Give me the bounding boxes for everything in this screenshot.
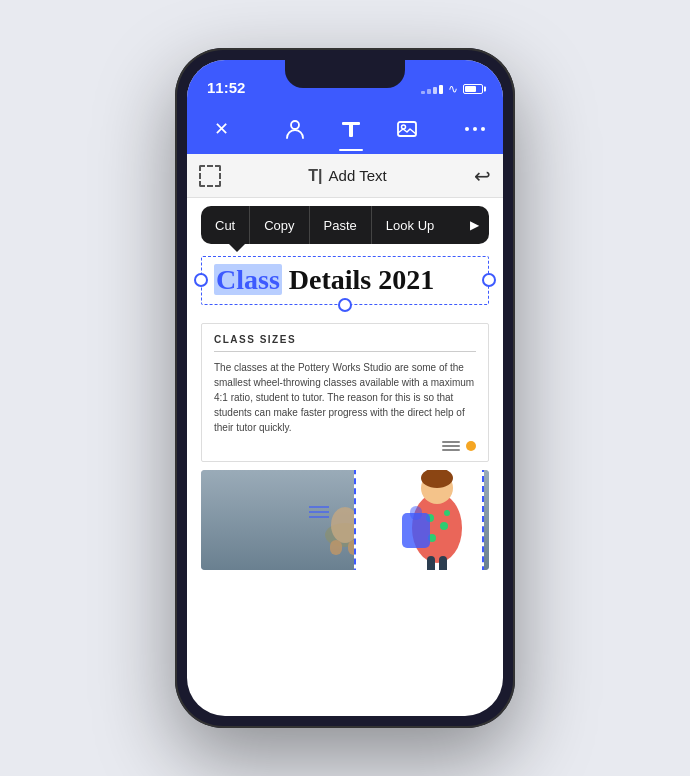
rest-heading-text: Details 2021 [282,264,434,295]
phone-frame: 11:52 ∿ ✕ [175,48,515,728]
text-format-icon: T| [308,167,322,185]
svg-point-4 [402,125,406,129]
svg-rect-17 [410,506,422,520]
add-text-button[interactable]: T| Add Text [308,167,386,185]
anchor-dot [466,441,476,451]
context-menu-more-arrow[interactable]: ▶ [470,218,489,232]
illustration-overlay: E [344,470,489,570]
svg-point-0 [291,121,299,129]
phone-screen: 11:52 ∿ ✕ [187,60,503,716]
selection-handle-left[interactable] [194,273,208,287]
wifi-icon: ∿ [448,82,458,96]
svg-rect-19 [439,556,447,570]
signal-icon [421,85,443,94]
doc-section: CLASS SIZES The classes at the Pottery W… [201,323,489,462]
text-selection-box[interactable]: Class Details 2021 [201,256,489,305]
dashed-lines-left [309,506,329,518]
context-menu: Cut Copy Paste Look Up ▶ [201,206,489,244]
toolbar-center [279,113,423,145]
more-options-button[interactable] [465,127,485,131]
crop-icon[interactable] [199,165,221,187]
close-button[interactable]: ✕ [205,113,237,145]
section-footer [214,441,476,451]
svg-rect-3 [398,122,416,136]
person-icon-button[interactable] [279,113,311,145]
text-tool-button[interactable] [335,113,367,145]
image-tool-button[interactable] [391,113,423,145]
look-up-menu-item[interactable]: Look Up [371,206,448,244]
main-toolbar: ✕ [187,104,503,154]
image-section: E [201,470,489,570]
svg-point-13 [444,510,450,516]
section-body: The classes at the Pottery Works Studio … [214,360,476,435]
section-title: CLASS SIZES [214,334,476,352]
paste-menu-item[interactable]: Paste [309,206,371,244]
cut-menu-item[interactable]: Cut [201,206,249,244]
status-time: 11:52 [207,79,245,96]
svg-rect-18 [427,556,435,570]
status-icons: ∿ [421,82,483,96]
svg-point-11 [440,522,448,530]
svg-rect-2 [349,122,353,137]
battery-icon [463,84,483,94]
selection-handle-bottom[interactable] [338,298,352,312]
heading-text: Class Details 2021 [214,265,476,296]
svg-rect-7 [330,540,342,555]
lines-icon [442,441,460,451]
action-bar: T| Add Text ↩ [187,154,503,198]
undo-button[interactable]: ↩ [474,164,491,188]
copy-menu-item[interactable]: Copy [249,206,308,244]
selection-handle-right[interactable] [482,273,496,287]
letter-e: E [436,470,460,479]
selected-text: Class [214,264,282,295]
content-area: Class Details 2021 [187,244,503,311]
phone-notch [285,60,405,88]
